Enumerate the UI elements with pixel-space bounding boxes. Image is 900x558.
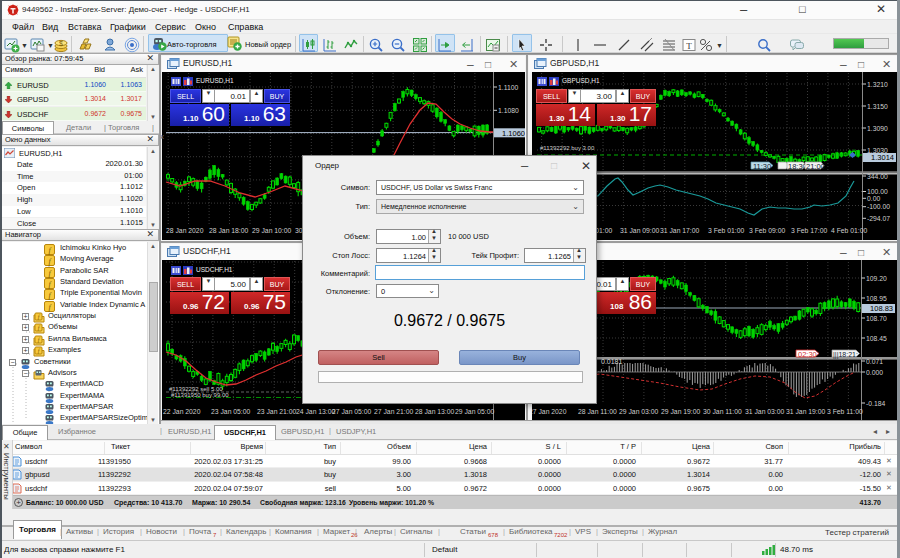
svg-text:02:30: 02:30 xyxy=(798,350,817,359)
svg-text:11:30: 11:30 xyxy=(753,162,771,171)
svg-text:0.00: 0.00 xyxy=(867,195,880,202)
svg-text:30 Jan 11:00: 30 Jan 11:00 xyxy=(703,408,742,415)
svg-text:18:30: 18:30 xyxy=(788,162,807,171)
svg-text:-294.07: -294.07 xyxy=(867,215,890,222)
svg-text:1.1100: 1.1100 xyxy=(498,84,519,91)
svg-text:108.95: 108.95 xyxy=(866,295,887,302)
svg-text:|||18:21:: |||18:21: xyxy=(833,351,858,359)
svg-text:-100.00: -100.00 xyxy=(867,203,890,210)
svg-text:4 Feb 01:00: 4 Feb 01:00 xyxy=(831,227,867,234)
svg-text:29 Jan 19:00: 29 Jan 19:00 xyxy=(661,408,701,415)
svg-text:T: T xyxy=(686,41,692,51)
svg-text:27 Jan 05:00: 27 Jan 05:00 xyxy=(332,408,372,415)
svg-text:108.83: 108.83 xyxy=(870,304,893,313)
svg-text:31 Jan 09:00: 31 Jan 09:00 xyxy=(620,227,660,234)
svg-text:1.3014: 1.3014 xyxy=(871,153,894,162)
svg-text:1.1080: 1.1080 xyxy=(498,107,519,114)
svg-text:29 Jan 10:00: 29 Jan 10:00 xyxy=(252,227,292,234)
svg-text:31 Jan 17:00: 31 Jan 17:00 xyxy=(660,227,700,234)
svg-text:#11391950 buy 99.00: #11391950 buy 99.00 xyxy=(171,392,229,398)
svg-text:$: $ xyxy=(59,40,63,47)
svg-text:0.071: 0.071 xyxy=(866,358,883,365)
svg-text:23 Jan 05:00: 23 Jan 05:00 xyxy=(211,408,251,415)
svg-text:3 Feb 09:00: 3 Feb 09:00 xyxy=(749,227,785,234)
svg-text:22 Jan 2020: 22 Jan 2020 xyxy=(163,408,201,415)
svg-text:1.3210: 1.3210 xyxy=(867,81,888,88)
svg-text:#11392292 buy 3.00: #11392292 buy 3.00 xyxy=(540,145,595,151)
svg-text:108.45: 108.45 xyxy=(866,335,887,342)
svg-text:344.00: 344.00 xyxy=(867,173,888,180)
svg-text:31 Jan 19:00: 31 Jan 19:00 xyxy=(786,408,826,415)
svg-text:28 Jan 11:00: 28 Jan 11:00 xyxy=(578,408,617,415)
svg-text:0.000: 0.000 xyxy=(866,369,883,376)
svg-text:108.70: 108.70 xyxy=(866,315,887,322)
svg-text:23 Jan 21:00: 23 Jan 21:00 xyxy=(257,408,297,415)
svg-text:109.20: 109.20 xyxy=(866,275,887,282)
svg-text:27 Jan 21:00: 27 Jan 21:00 xyxy=(374,408,414,415)
svg-text:29 Jan 05:00: 29 Jan 05:00 xyxy=(455,408,495,415)
svg-text:28 Jan 13:00: 28 Jan 13:00 xyxy=(415,408,455,415)
svg-text:21:00: 21:00 xyxy=(806,162,825,171)
svg-text:0.0181: 0.0181 xyxy=(601,358,623,365)
svg-text:1.3150: 1.3150 xyxy=(867,103,888,110)
svg-text:3 Feb 01:00: 3 Feb 01:00 xyxy=(708,227,744,234)
svg-text:-0.184: -0.184 xyxy=(866,400,885,407)
svg-text:1.1060: 1.1060 xyxy=(502,129,525,138)
svg-text:29 Jan 03:00: 29 Jan 03:00 xyxy=(619,408,659,415)
svg-text:28 Jan 18:00: 28 Jan 18:00 xyxy=(209,227,249,234)
svg-text:27 Jan 2020: 27 Jan 2020 xyxy=(532,408,567,415)
svg-text:24 Jan 13:00: 24 Jan 13:00 xyxy=(296,408,336,415)
svg-text:28 Jan 2020: 28 Jan 2020 xyxy=(166,227,204,234)
svg-text:1.3090: 1.3090 xyxy=(867,125,888,132)
svg-text:3 Feb 17:00: 3 Feb 17:00 xyxy=(791,227,827,234)
svg-text:3 Feb 11:00: 3 Feb 11:00 xyxy=(827,408,863,415)
svg-text:31 Jan 03:00: 31 Jan 03:00 xyxy=(745,408,785,415)
